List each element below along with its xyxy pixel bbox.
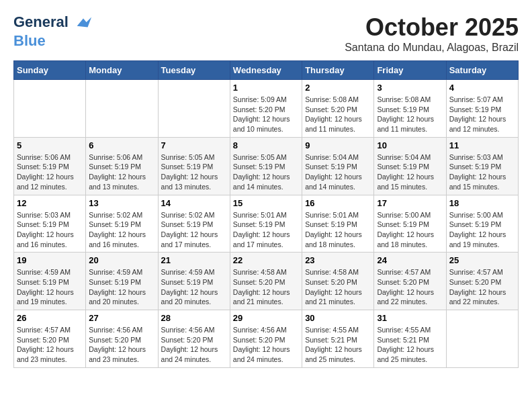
calendar-cell: 13Sunrise: 5:02 AM Sunset: 5:19 PM Dayli… bbox=[86, 195, 158, 253]
day-info: Sunrise: 5:07 AM Sunset: 5:19 PM Dayligh… bbox=[449, 95, 515, 134]
day-number: 17 bbox=[377, 198, 443, 208]
weekday-header-row: SundayMondayTuesdayWednesdayThursdayFrid… bbox=[14, 61, 519, 80]
day-number: 7 bbox=[161, 140, 227, 150]
day-info: Sunrise: 5:03 AM Sunset: 5:19 PM Dayligh… bbox=[449, 152, 515, 192]
day-number: 13 bbox=[89, 198, 154, 208]
calendar-cell: 18Sunrise: 5:00 AM Sunset: 5:19 PM Dayli… bbox=[446, 195, 518, 253]
calendar-cell: 30Sunrise: 4:55 AM Sunset: 5:21 PM Dayli… bbox=[302, 310, 374, 368]
logo-bird-icon bbox=[74, 13, 93, 32]
day-number: 29 bbox=[233, 313, 299, 323]
calendar-week-3: 12Sunrise: 5:03 AM Sunset: 5:19 PM Dayli… bbox=[14, 195, 519, 253]
day-info: Sunrise: 4:57 AM Sunset: 5:20 PM Dayligh… bbox=[449, 267, 515, 307]
calendar-cell: 14Sunrise: 5:02 AM Sunset: 5:19 PM Dayli… bbox=[158, 195, 230, 253]
calendar-cell: 7Sunrise: 5:05 AM Sunset: 5:19 PM Daylig… bbox=[158, 137, 230, 195]
day-number: 22 bbox=[233, 255, 299, 265]
weekday-sunday: Sunday bbox=[14, 61, 86, 80]
calendar-cell: 31Sunrise: 4:55 AM Sunset: 5:21 PM Dayli… bbox=[374, 310, 446, 368]
day-number: 16 bbox=[305, 198, 371, 208]
calendar-cell: 28Sunrise: 4:56 AM Sunset: 5:20 PM Dayli… bbox=[158, 310, 230, 368]
day-info: Sunrise: 5:05 AM Sunset: 5:19 PM Dayligh… bbox=[233, 152, 299, 192]
logo-blue: Blue bbox=[13, 32, 93, 50]
calendar-cell: 21Sunrise: 4:59 AM Sunset: 5:19 PM Dayli… bbox=[158, 253, 230, 310]
day-number: 2 bbox=[305, 83, 371, 93]
day-info: Sunrise: 5:06 AM Sunset: 5:19 PM Dayligh… bbox=[17, 152, 83, 192]
logo-general: General bbox=[13, 13, 69, 30]
logo: General Blue bbox=[13, 13, 93, 50]
calendar-cell: 23Sunrise: 4:58 AM Sunset: 5:20 PM Dayli… bbox=[302, 253, 374, 310]
location: Santana do Mundau, Alagoas, Brazil bbox=[345, 42, 519, 54]
day-number: 10 bbox=[377, 140, 443, 150]
calendar-cell bbox=[446, 310, 518, 368]
calendar-cell: 8Sunrise: 5:05 AM Sunset: 5:19 PM Daylig… bbox=[230, 137, 302, 195]
month-title: October 2025 bbox=[345, 13, 519, 42]
calendar-cell: 29Sunrise: 4:56 AM Sunset: 5:20 PM Dayli… bbox=[230, 310, 302, 368]
day-number: 15 bbox=[233, 198, 299, 208]
day-info: Sunrise: 4:55 AM Sunset: 5:21 PM Dayligh… bbox=[305, 325, 371, 365]
day-info: Sunrise: 5:08 AM Sunset: 5:20 PM Dayligh… bbox=[305, 95, 371, 134]
weekday-wednesday: Wednesday bbox=[230, 61, 302, 80]
day-number: 14 bbox=[161, 198, 227, 208]
day-info: Sunrise: 4:56 AM Sunset: 5:20 PM Dayligh… bbox=[89, 325, 154, 365]
calendar-cell: 11Sunrise: 5:03 AM Sunset: 5:19 PM Dayli… bbox=[446, 137, 518, 195]
calendar-cell: 9Sunrise: 5:04 AM Sunset: 5:19 PM Daylig… bbox=[302, 137, 374, 195]
calendar-cell: 16Sunrise: 5:01 AM Sunset: 5:19 PM Dayli… bbox=[302, 195, 374, 253]
day-number: 5 bbox=[17, 140, 83, 150]
day-number: 11 bbox=[449, 140, 515, 150]
calendar-cell: 27Sunrise: 4:56 AM Sunset: 5:20 PM Dayli… bbox=[86, 310, 158, 368]
day-info: Sunrise: 4:59 AM Sunset: 5:19 PM Dayligh… bbox=[17, 267, 83, 307]
page-header: General Blue October 2025 Santana do Mun… bbox=[13, 13, 519, 54]
day-info: Sunrise: 5:01 AM Sunset: 5:19 PM Dayligh… bbox=[305, 210, 371, 250]
calendar-cell: 4Sunrise: 5:07 AM Sunset: 5:19 PM Daylig… bbox=[446, 80, 518, 138]
day-info: Sunrise: 5:00 AM Sunset: 5:19 PM Dayligh… bbox=[377, 210, 443, 250]
calendar-cell: 19Sunrise: 4:59 AM Sunset: 5:19 PM Dayli… bbox=[14, 253, 86, 310]
calendar-cell: 24Sunrise: 4:57 AM Sunset: 5:20 PM Dayli… bbox=[374, 253, 446, 310]
day-number: 3 bbox=[377, 83, 443, 93]
calendar-week-5: 26Sunrise: 4:57 AM Sunset: 5:20 PM Dayli… bbox=[14, 310, 519, 368]
calendar-cell: 3Sunrise: 5:08 AM Sunset: 5:19 PM Daylig… bbox=[374, 80, 446, 138]
day-info: Sunrise: 5:08 AM Sunset: 5:19 PM Dayligh… bbox=[377, 95, 443, 134]
day-info: Sunrise: 4:56 AM Sunset: 5:20 PM Dayligh… bbox=[233, 325, 299, 365]
day-info: Sunrise: 5:04 AM Sunset: 5:19 PM Dayligh… bbox=[305, 152, 371, 192]
day-info: Sunrise: 4:56 AM Sunset: 5:20 PM Dayligh… bbox=[161, 325, 227, 365]
weekday-thursday: Thursday bbox=[302, 61, 374, 80]
day-number: 26 bbox=[17, 313, 83, 323]
day-number: 9 bbox=[305, 140, 371, 150]
day-number: 25 bbox=[449, 255, 515, 265]
weekday-saturday: Saturday bbox=[446, 61, 518, 80]
calendar-week-2: 5Sunrise: 5:06 AM Sunset: 5:19 PM Daylig… bbox=[14, 137, 519, 195]
title-block: October 2025 Santana do Mundau, Alagoas,… bbox=[345, 13, 519, 54]
day-number: 23 bbox=[305, 255, 371, 265]
day-number: 19 bbox=[17, 255, 83, 265]
calendar-cell: 17Sunrise: 5:00 AM Sunset: 5:19 PM Dayli… bbox=[374, 195, 446, 253]
day-number: 21 bbox=[161, 255, 227, 265]
calendar-week-4: 19Sunrise: 4:59 AM Sunset: 5:19 PM Dayli… bbox=[14, 253, 519, 310]
day-info: Sunrise: 5:04 AM Sunset: 5:19 PM Dayligh… bbox=[377, 152, 443, 192]
day-info: Sunrise: 4:59 AM Sunset: 5:19 PM Dayligh… bbox=[89, 267, 154, 307]
day-info: Sunrise: 4:58 AM Sunset: 5:20 PM Dayligh… bbox=[233, 267, 299, 307]
day-info: Sunrise: 4:57 AM Sunset: 5:20 PM Dayligh… bbox=[17, 325, 83, 365]
calendar-cell: 26Sunrise: 4:57 AM Sunset: 5:20 PM Dayli… bbox=[14, 310, 86, 368]
calendar-cell: 2Sunrise: 5:08 AM Sunset: 5:20 PM Daylig… bbox=[302, 80, 374, 138]
calendar-body: 1Sunrise: 5:09 AM Sunset: 5:20 PM Daylig… bbox=[14, 80, 519, 368]
day-info: Sunrise: 4:57 AM Sunset: 5:20 PM Dayligh… bbox=[377, 267, 443, 307]
day-info: Sunrise: 5:09 AM Sunset: 5:20 PM Dayligh… bbox=[233, 95, 299, 134]
day-info: Sunrise: 5:00 AM Sunset: 5:19 PM Dayligh… bbox=[449, 210, 515, 250]
calendar-cell: 1Sunrise: 5:09 AM Sunset: 5:20 PM Daylig… bbox=[230, 80, 302, 138]
day-info: Sunrise: 4:58 AM Sunset: 5:20 PM Dayligh… bbox=[305, 267, 371, 307]
calendar-cell bbox=[158, 80, 230, 138]
day-info: Sunrise: 5:02 AM Sunset: 5:19 PM Dayligh… bbox=[161, 210, 227, 250]
day-number: 28 bbox=[161, 313, 227, 323]
day-number: 24 bbox=[377, 255, 443, 265]
svg-marker-0 bbox=[77, 17, 91, 28]
day-number: 18 bbox=[449, 198, 515, 208]
calendar-cell: 6Sunrise: 5:06 AM Sunset: 5:19 PM Daylig… bbox=[86, 137, 158, 195]
calendar-table: SundayMondayTuesdayWednesdayThursdayFrid… bbox=[13, 60, 519, 368]
weekday-monday: Monday bbox=[86, 61, 158, 80]
calendar-cell: 10Sunrise: 5:04 AM Sunset: 5:19 PM Dayli… bbox=[374, 137, 446, 195]
day-number: 30 bbox=[305, 313, 371, 323]
day-number: 31 bbox=[377, 313, 443, 323]
day-info: Sunrise: 5:05 AM Sunset: 5:19 PM Dayligh… bbox=[161, 152, 227, 192]
day-number: 1 bbox=[233, 83, 299, 93]
day-number: 6 bbox=[89, 140, 154, 150]
day-number: 12 bbox=[17, 198, 83, 208]
